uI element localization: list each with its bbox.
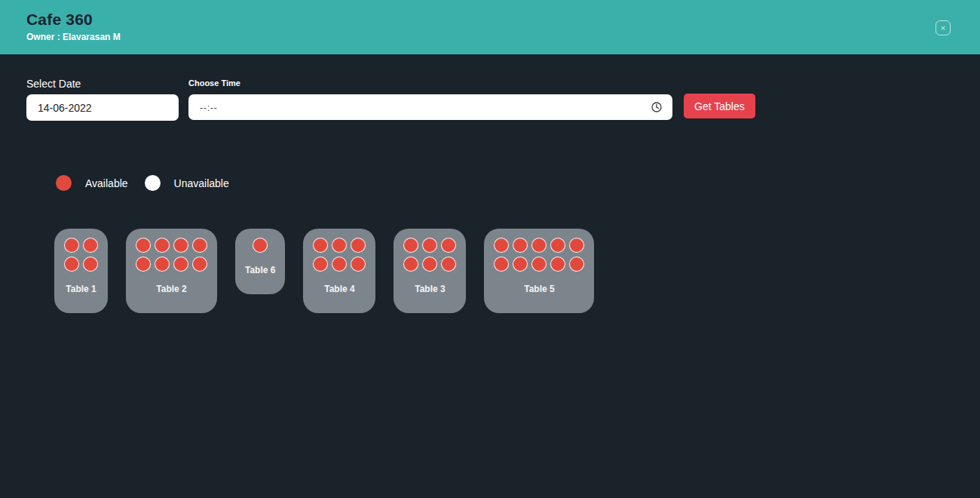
seat-row [494, 238, 584, 253]
available-dot-icon [56, 175, 72, 191]
seat-icon[interactable] [332, 238, 347, 253]
table-card: Table 5 [484, 229, 594, 313]
seat-row [313, 238, 366, 253]
legend-item-unavailable: Unavailable [145, 175, 229, 191]
table-card: Table 1 [54, 229, 108, 313]
seat-icon[interactable] [550, 257, 565, 272]
seat-icon[interactable] [569, 238, 584, 253]
seat-row [403, 238, 456, 253]
seat-icon[interactable] [403, 238, 418, 253]
seat-icon[interactable] [192, 238, 207, 253]
table-label: Table 6 [245, 265, 275, 275]
seat-icon[interactable] [332, 257, 347, 272]
table-card: Table 6 [235, 229, 285, 294]
date-input[interactable] [26, 94, 179, 121]
legend: Available Unavailable [56, 175, 980, 191]
legend-label: Available [85, 177, 128, 189]
seat-icon[interactable] [83, 257, 98, 272]
seat-row [136, 257, 207, 272]
table-label: Table 4 [313, 284, 366, 294]
table-label: Table 1 [64, 284, 98, 294]
seat-row [136, 238, 207, 253]
app-header: Cafe 360 Owner : Elavarasan M × [0, 0, 980, 54]
seat-row [313, 257, 366, 272]
select-date-label: Select Date [26, 78, 179, 90]
table-card: Table 2 [126, 229, 217, 313]
seat-icon[interactable] [441, 257, 456, 272]
booking-form: Select Date Choose Time --:-- Get Tables [26, 78, 980, 121]
seat-icon[interactable] [422, 257, 437, 272]
seat-row [494, 257, 584, 272]
tables-grid: Table 1Table 2Table 6Table 4Table 3Table… [54, 229, 980, 313]
seat-rows [136, 238, 207, 272]
owner-subtitle: Owner : Elavarasan M [26, 32, 954, 42]
seat-icon[interactable] [422, 238, 437, 253]
seat-icon[interactable] [441, 238, 456, 253]
close-button[interactable]: × [936, 20, 951, 35]
seat-icon[interactable] [531, 238, 547, 253]
seat-icon[interactable] [173, 238, 188, 253]
seat-rows [313, 238, 366, 272]
time-field-group: Choose Time --:-- [188, 78, 672, 120]
seat-icon[interactable] [494, 238, 509, 253]
legend-item-available: Available [56, 175, 128, 191]
clock-icon[interactable] [651, 102, 662, 112]
seat-icon[interactable] [155, 257, 170, 272]
seat-icon[interactable] [83, 238, 98, 253]
seat-icon[interactable] [550, 238, 565, 253]
seat-icon[interactable] [351, 238, 366, 253]
seat-icon[interactable] [513, 238, 528, 253]
table-label: Table 3 [403, 284, 456, 294]
seat-icon[interactable] [569, 257, 584, 272]
legend-label: Unavailable [174, 177, 229, 189]
table-label: Table 2 [136, 284, 207, 294]
seat-icon[interactable] [136, 238, 151, 253]
seat-icon[interactable] [192, 257, 207, 272]
seat-icon[interactable] [351, 257, 366, 272]
seat-rows [494, 238, 584, 272]
seat-icon[interactable] [313, 257, 328, 272]
seat-icon[interactable] [313, 238, 328, 253]
seat-rows [64, 238, 98, 272]
choose-time-label: Choose Time [188, 78, 672, 88]
main-content: Select Date Choose Time --:-- Get Tables… [0, 54, 980, 313]
close-icon: × [941, 23, 945, 32]
seat-icon[interactable] [494, 257, 509, 272]
seat-icon[interactable] [64, 238, 79, 253]
get-tables-button[interactable]: Get Tables [684, 94, 755, 118]
time-input-value: --:-- [200, 102, 217, 113]
seat-icon[interactable] [155, 238, 170, 253]
seat-icon[interactable] [253, 238, 268, 253]
seat-rows [245, 238, 275, 253]
table-label: Table 5 [494, 284, 584, 294]
time-input[interactable]: --:-- [188, 94, 672, 120]
table-card: Table 4 [303, 229, 375, 313]
table-card: Table 3 [394, 229, 466, 313]
seat-row [64, 257, 98, 272]
seat-row [64, 238, 98, 253]
seat-icon[interactable] [64, 257, 79, 272]
seat-icon[interactable] [136, 257, 151, 272]
seat-icon[interactable] [513, 257, 528, 272]
date-field-group: Select Date [26, 78, 179, 121]
seat-icon[interactable] [173, 257, 188, 272]
seat-row [245, 238, 275, 253]
unavailable-dot-icon [145, 175, 161, 191]
seat-rows [403, 238, 456, 272]
app-title: Cafe 360 [26, 11, 954, 29]
seat-icon[interactable] [531, 257, 547, 272]
seat-row [403, 257, 456, 272]
seat-icon[interactable] [403, 257, 418, 272]
